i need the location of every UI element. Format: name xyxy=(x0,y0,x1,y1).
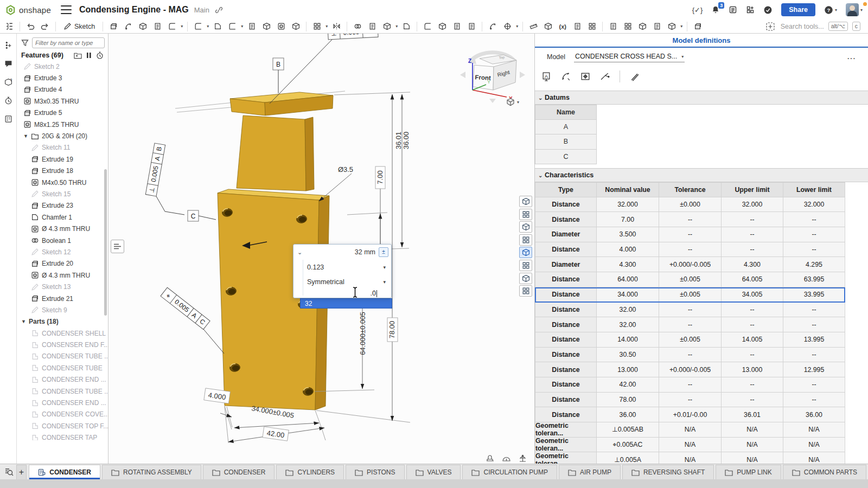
feature-item[interactable]: Extrude 3 xyxy=(17,72,108,84)
linear-pattern-icon[interactable] xyxy=(311,21,323,33)
variables-icon[interactable]: (x) xyxy=(557,21,569,33)
feature-item[interactable]: Extrude 19 xyxy=(17,153,108,165)
definition-tool-6-icon[interactable] xyxy=(519,260,532,271)
nominal-value[interactable]: 3.500 xyxy=(597,227,659,242)
nominal-value[interactable]: 32.00 xyxy=(597,317,659,332)
section-view-icon[interactable] xyxy=(651,21,663,33)
dim-78[interactable]: 78.00 xyxy=(388,321,396,339)
nominal-value[interactable]: 4.300 xyxy=(597,257,659,272)
featurescript-icon[interactable]: {✓} xyxy=(692,6,703,14)
feature-item[interactable]: Ø 4.3 mm THRU xyxy=(17,269,108,281)
delete-part-icon[interactable] xyxy=(400,21,412,33)
tolerance-value[interactable]: -- xyxy=(659,377,722,393)
document-tab[interactable]: PUMP LINK xyxy=(716,465,781,479)
characteristic-row[interactable]: Distance13.000+0.000/-0.00513.00012.995 xyxy=(535,362,845,377)
part-item[interactable]: CONDENSER COVE... xyxy=(17,409,108,420)
tolerance-value[interactable]: -- xyxy=(659,317,722,332)
tolerance-tool-icon[interactable] xyxy=(580,72,591,82)
manage-tabs-icon[interactable] xyxy=(4,465,14,478)
feature-item[interactable]: ▼20G & 20H (20) xyxy=(17,130,108,142)
sheet-metal-icon[interactable] xyxy=(607,21,619,33)
boolean-icon[interactable] xyxy=(352,21,363,33)
chevron-down-icon[interactable]: ▼ xyxy=(21,319,26,324)
onshape-logo[interactable]: onshape xyxy=(5,5,51,15)
document-tab[interactable]: CONDENSER xyxy=(203,465,275,479)
nominal-value[interactable]: ⌖0.005AC xyxy=(597,438,659,453)
mate-connector-icon[interactable] xyxy=(3,40,13,50)
feature-item[interactable]: Chamfer 1 xyxy=(17,211,108,223)
history-icon[interactable] xyxy=(3,95,13,105)
rollback-history-icon[interactable] xyxy=(96,52,104,59)
mass-properties-icon[interactable] xyxy=(542,21,554,33)
tolerance-value[interactable]: -- xyxy=(659,393,722,408)
datum-row[interactable]: A xyxy=(535,120,597,135)
part-item[interactable]: CONSENSER END F... xyxy=(17,339,108,350)
feature-item[interactable]: Extrude 23 xyxy=(17,200,108,211)
collapse-chevron-icon[interactable]: ⌄ xyxy=(297,249,302,256)
replace-face-icon[interactable] xyxy=(451,21,463,33)
stamp-icon[interactable] xyxy=(486,454,495,463)
characteristic-row[interactable]: Distance30.50------ xyxy=(535,348,845,363)
chevron-down-icon[interactable]: ▾ xyxy=(516,24,518,29)
definition-tool-2-icon[interactable] xyxy=(519,209,532,220)
feature-item[interactable]: Sketch 9 xyxy=(17,304,108,316)
panel-menu-button[interactable]: ... xyxy=(847,53,856,61)
extrude-icon[interactable] xyxy=(107,21,119,33)
chevron-down-icon[interactable]: ▾ xyxy=(207,24,209,29)
scrollbar[interactable] xyxy=(104,169,107,316)
scale-icon[interactable] xyxy=(518,454,527,463)
characteristic-row[interactable]: Distance36.00+0.01/-0.0036.0136.00 xyxy=(535,407,845,422)
document-tab[interactable]: PISTONS xyxy=(346,465,404,479)
tolerance-value[interactable]: ±0.005 xyxy=(659,272,722,287)
fillet-icon[interactable] xyxy=(192,21,204,33)
dim-64[interactable]: 64.000±0.005 xyxy=(359,312,367,355)
sketch-button[interactable]: Sketch xyxy=(60,22,98,30)
modify-fillet-icon[interactable] xyxy=(422,21,433,33)
named-views-icon[interactable] xyxy=(636,21,648,33)
move-face-icon[interactable] xyxy=(436,21,448,33)
tolerance-value[interactable]: ±0.005 xyxy=(659,332,722,348)
characteristic-row[interactable]: Distance32.00------ xyxy=(535,303,845,318)
model-selector-dropdown[interactable]: CONDENSER CROSS HEAD S... ▾ xyxy=(574,52,685,62)
protractor-icon[interactable] xyxy=(502,454,511,463)
document-tab[interactable]: CONDENSER xyxy=(29,465,100,479)
feature-item[interactable]: Extrude 4 xyxy=(17,84,108,95)
parts-section-header[interactable]: ▼Parts (18) xyxy=(17,316,108,328)
transform-icon[interactable] xyxy=(381,21,393,33)
document-tab[interactable]: COMMON PARTS xyxy=(783,465,866,479)
split-icon[interactable] xyxy=(366,21,378,33)
frame-icon[interactable] xyxy=(622,21,634,33)
measure-icon[interactable] xyxy=(527,21,539,33)
datum-b[interactable]: B xyxy=(273,58,284,93)
view-options-menu[interactable]: ▾ xyxy=(506,98,519,106)
learning-center-icon[interactable] xyxy=(763,5,773,15)
characteristic-row[interactable]: Diameter4.300+0.000/-0.0054.3004.295 xyxy=(535,257,845,272)
feature-item[interactable]: Sketch 2 xyxy=(17,61,108,72)
search-tools-input[interactable]: Search tools... xyxy=(781,23,824,30)
nominal-value[interactable]: 36.00 xyxy=(597,407,659,422)
comments-icon[interactable] xyxy=(3,59,13,68)
feature-item[interactable]: Boolean 1 xyxy=(17,235,108,246)
tolerance-value[interactable]: -- xyxy=(659,242,722,258)
definition-tool-7-icon[interactable] xyxy=(519,273,532,284)
dimension-value-input[interactable]: 32 xyxy=(300,298,392,309)
select-crosshair-icon[interactable] xyxy=(692,21,704,33)
nominal-value[interactable]: 32.000 xyxy=(597,197,659,213)
feature-item[interactable]: Ø 4.3 mm THRU xyxy=(17,223,108,234)
feature-item[interactable]: M3x0.35 THRU xyxy=(17,95,108,107)
nominal-value[interactable]: 13.000 xyxy=(597,362,659,377)
check-interference-icon[interactable]: ? xyxy=(3,77,13,87)
nominal-value[interactable]: 30.50 xyxy=(597,348,659,363)
part-item[interactable]: CONDENSER TUBE ... xyxy=(17,351,108,362)
characteristic-row[interactable]: Distance34.000±0.00534.00533.995 xyxy=(535,287,845,303)
characteristic-row[interactable]: Geometric toleran...⊥0.005ABN/AN/AN/A xyxy=(535,422,845,438)
document-tab[interactable]: CYLINDERS xyxy=(276,465,344,479)
share-button[interactable]: Share xyxy=(781,3,815,16)
chamfer-icon[interactable] xyxy=(212,21,224,33)
feature-item[interactable]: M8x1.25 THRU xyxy=(17,119,108,130)
part-item[interactable]: CONDENSER END ... xyxy=(17,374,108,386)
characteristics-section-header[interactable]: ⌄Characteristics xyxy=(535,168,868,182)
feature-list-toggle-icon[interactable] xyxy=(3,21,15,33)
nominal-value[interactable]: 34.000 xyxy=(597,287,659,303)
workspace-name[interactable]: Main xyxy=(194,6,209,14)
